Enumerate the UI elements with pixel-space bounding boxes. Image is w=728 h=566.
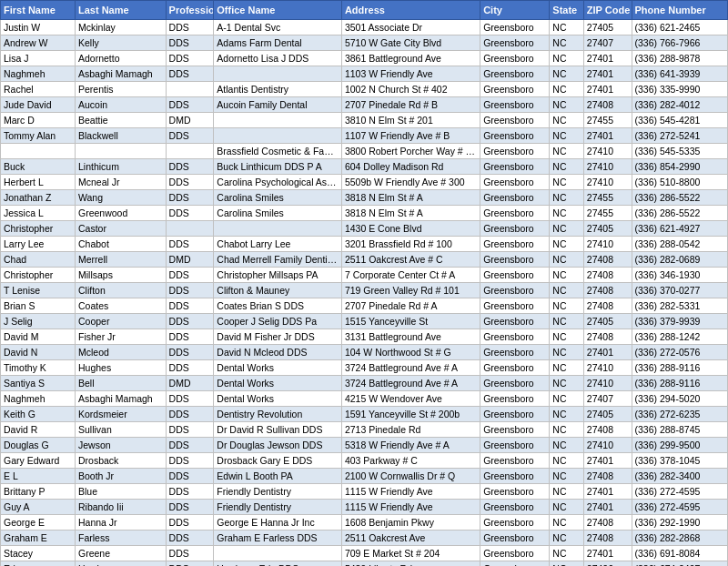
table-cell: Greensboro — [480, 329, 550, 345]
header-professional-title[interactable]: Professional Title — [166, 1, 214, 20]
table-row[interactable]: Brassfield Cosmetic & Family3800 Robert … — [1, 144, 728, 159]
table-cell: (336) 854-2990 — [632, 159, 727, 175]
table-cell: (336) 288-9116 — [632, 376, 727, 391]
table-cell: Greensboro — [480, 206, 550, 221]
header-first-name[interactable]: First Name — [1, 1, 76, 20]
table-cell: DDS — [166, 35, 214, 51]
table-cell: Christopher Millsaps PA — [214, 268, 342, 283]
table-cell: Beattie — [76, 113, 167, 128]
table-row[interactable]: Graham EFarlessDDSGraham E Farless DDS25… — [1, 531, 728, 546]
table-cell: NC — [550, 128, 583, 144]
table-cell: DDS — [166, 329, 214, 345]
table-cell: Timothy K — [1, 360, 76, 376]
table-cell: Greensboro — [480, 51, 550, 66]
table-cell: 27401 — [583, 546, 632, 561]
table-cell: 2713 Pinedale Rd — [341, 422, 480, 438]
table-row[interactable]: Lisa JAdornettoDDSAdornetto Lisa J DDS38… — [1, 51, 728, 66]
table-cell: Greensboro — [480, 82, 550, 97]
table-row[interactable]: Marc DBeattieDMD3810 N Elm St # 201Green… — [1, 113, 728, 128]
table-row[interactable]: Jonathan ZWangDDSCarolina Smiles3818 N E… — [1, 190, 728, 206]
table-row[interactable]: NaghmehAsbaghi MamaghDDSDental Works4215… — [1, 391, 728, 407]
table-row[interactable]: Andrew WKellyDDSAdams Farm Dental5710 W … — [1, 35, 728, 51]
table-row[interactable]: RachelPerentisAtlantis Dentistry1002 N C… — [1, 82, 728, 97]
table-cell: NC — [550, 329, 583, 345]
table-cell: DDS — [166, 469, 214, 484]
table-cell: Greensboro — [480, 314, 550, 329]
header-address[interactable]: Address — [341, 1, 480, 20]
table-row[interactable]: Brittany PBlueDDSFriendly Dentistry1115 … — [1, 484, 728, 500]
table-row[interactable]: George EHanna JrDDSGeorge E Hanna Jr Inc… — [1, 515, 728, 531]
table-row[interactable]: Jessica LGreenwoodDDSCarolina Smiles3818… — [1, 206, 728, 221]
table-cell: NC — [550, 97, 583, 113]
table-row[interactable]: ErinHardmanDDSHardman Erin DDS5439 Liber… — [1, 561, 728, 567]
table-cell: 27405 — [583, 314, 632, 329]
table-cell: DDS — [166, 407, 214, 422]
table-row[interactable]: David MFisher JrDDSDavid M Fisher Jr DDS… — [1, 329, 728, 345]
table-cell: 3800 Robert Porcher Way # 100 — [341, 144, 480, 159]
table-row[interactable]: ChristopherCastor1430 E Cone BlvdGreensb… — [1, 221, 728, 237]
table-cell: Aucoin Family Dental — [214, 97, 342, 113]
table-cell: 3810 N Elm St # 201 — [341, 113, 480, 128]
table-cell: Edwin L Booth PA — [214, 469, 342, 484]
table-cell: Castor — [76, 221, 167, 237]
table-cell: Herbert L — [1, 175, 76, 190]
table-cell: 27455 — [583, 206, 632, 221]
table-cell: Jessica L — [1, 206, 76, 221]
table-cell: DDS — [166, 206, 214, 221]
table-row[interactable]: Santiya SBellDMDDental Works3724 Battleg… — [1, 376, 728, 391]
table-cell: David R — [1, 422, 76, 438]
header-city[interactable]: City — [480, 1, 550, 20]
table-cell: NC — [550, 20, 583, 35]
table-cell: Andrew W — [1, 35, 76, 51]
table-cell: 27410 — [583, 237, 632, 252]
table-row[interactable]: StaceyGreeneDDS709 E Market St # 204Gree… — [1, 546, 728, 561]
table-row[interactable]: Douglas GJewsonDDSDr Douglas Jewson DDS5… — [1, 438, 728, 453]
table-row[interactable]: David RSullivanDDSDr David R Sullivan DD… — [1, 422, 728, 438]
table-cell: 3818 N Elm St # A — [341, 206, 480, 221]
table-cell: Greensboro — [480, 546, 550, 561]
header-phone[interactable]: Phone Number — [632, 1, 727, 20]
table-cell: Greensboro — [480, 221, 550, 237]
table-row[interactable]: T LeniseCliftonDDSClifton & Mauney719 Gr… — [1, 283, 728, 298]
table-row[interactable]: David NMcleodDDSDavid N Mcleod DDS104 W … — [1, 345, 728, 360]
table-row[interactable]: Gary EdwardDrosbackDDSDrosback Gary E DD… — [1, 453, 728, 469]
table-cell: Kordsmeier — [76, 407, 167, 422]
table-cell: NC — [550, 113, 583, 128]
table-cell: 27408 — [583, 531, 632, 546]
table-cell: (336) 545-5335 — [632, 144, 727, 159]
table-cell: (336) 272-6235 — [632, 407, 727, 422]
table-row[interactable]: ChristopherMillsapsDDSChristopher Millsa… — [1, 268, 728, 283]
table-row[interactable]: ChadMerrellDMDChad Merrell Family Dentis… — [1, 252, 728, 268]
table-row[interactable]: Keith GKordsmeierDDSDentistry Revolution… — [1, 407, 728, 422]
table-header-row: First Name Last Name Professional Title … — [1, 1, 728, 20]
table-row[interactable]: Herbert LMcneal JrDDSCarolina Psychologi… — [1, 175, 728, 190]
table-cell: (336) 272-5241 — [632, 128, 727, 144]
header-state[interactable]: State — [550, 1, 583, 20]
header-office-name[interactable]: Office Name — [214, 1, 342, 20]
table-row[interactable]: Jude DavidAucoinDDSAucoin Family Dental2… — [1, 97, 728, 113]
table-cell: 27401 — [583, 500, 632, 515]
header-zip[interactable]: ZIP Code — [583, 1, 632, 20]
table-cell: Greensboro — [480, 283, 550, 298]
table-row[interactable]: J SeligCooperDDSCooper J Selig DDS Pa151… — [1, 314, 728, 329]
table-cell: Graham E Farless DDS — [214, 531, 342, 546]
table-row[interactable]: Guy ARibando IiiDDSFriendly Dentistry111… — [1, 500, 728, 515]
table-row[interactable]: NaghmehAsbaghi MamaghDDS1103 W Friendly … — [1, 66, 728, 82]
table-cell: DDS — [166, 345, 214, 360]
table-row[interactable]: Timothy KHughesDDSDental Works3724 Battl… — [1, 360, 728, 376]
table-cell: DDS — [166, 438, 214, 453]
table-cell: (336) 299-9500 — [632, 438, 727, 453]
table-row[interactable]: Brian SCoatesDDSCoates Brian S DDS2707 P… — [1, 298, 728, 314]
header-last-name[interactable]: Last Name — [76, 1, 167, 20]
table-row[interactable]: Larry LeeChabotDDSChabot Larry Lee3201 B… — [1, 237, 728, 252]
table-cell: 7 Corporate Center Ct # A — [341, 268, 480, 283]
table-cell: Merrell — [76, 252, 167, 268]
table-row[interactable]: BuckLinthicumDDSBuck Linthicum DDS P A60… — [1, 159, 728, 175]
table-row[interactable]: Justin WMckinlayDDSA-1 Dental Svc3501 As… — [1, 20, 728, 35]
table-cell: 5710 W Gate City Blvd — [341, 35, 480, 51]
table-cell: NC — [550, 159, 583, 175]
table-row[interactable]: Tommy AlanBlackwellDDS1107 W Friendly Av… — [1, 128, 728, 144]
table-cell: DDS — [166, 500, 214, 515]
table-cell: NC — [550, 469, 583, 484]
table-row[interactable]: E LBooth JrDDSEdwin L Booth PA2100 W Cor… — [1, 469, 728, 484]
